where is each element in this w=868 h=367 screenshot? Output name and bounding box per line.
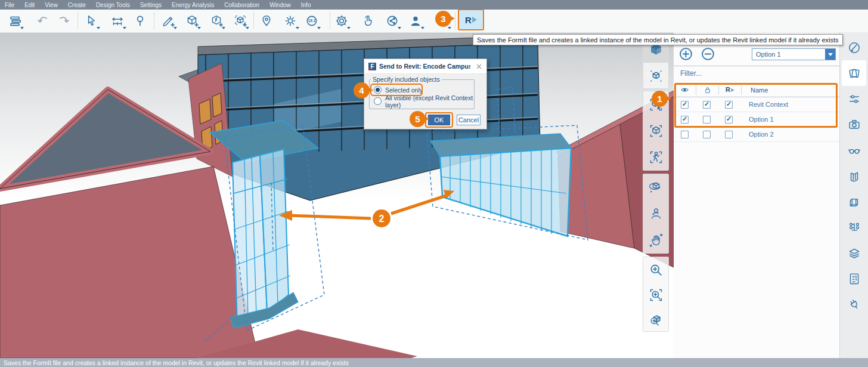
ok-button[interactable]: OK [428, 115, 450, 125]
tab-scenes[interactable] [842, 112, 866, 137]
lock-checkbox[interactable] [703, 101, 711, 109]
menu-create[interactable]: Create [68, 2, 86, 8]
dialog-close-button[interactable] [476, 63, 482, 70]
visibility-checkbox[interactable] [681, 116, 689, 124]
panel-divider [674, 66, 839, 66]
undo-button[interactable] [32, 11, 54, 30]
layer-name[interactable]: Option 1 [740, 116, 774, 123]
sun-shadows-button[interactable] [280, 11, 301, 30]
layers-panel: Option 1 Filter... R Name Revit Context … [674, 32, 839, 358]
lock-checkbox[interactable] [703, 116, 711, 124]
orbit-button[interactable] [643, 174, 668, 201]
menu-design-tools[interactable]: Design Tools [96, 2, 130, 8]
revit-column-header[interactable]: R [719, 85, 742, 95]
group-cube-button[interactable] [643, 118, 668, 144]
formit-logo-icon: F [368, 63, 376, 70]
stack-icon [847, 246, 861, 260]
menu-window[interactable]: Window [269, 2, 291, 8]
draw-tool-button[interactable] [157, 11, 179, 30]
tab-properties[interactable] [842, 86, 866, 112]
layer-row-option-2[interactable]: Option 2 [674, 127, 839, 142]
redo-button[interactable] [53, 11, 75, 30]
revit-icon: R [465, 16, 477, 24]
viewport-3d-scene[interactable]: 2 [0, 32, 674, 358]
energy-dial-button[interactable]: 19.1 [301, 11, 323, 30]
filter-input[interactable]: Filter... [680, 69, 702, 78]
add-layer-button[interactable] [679, 47, 693, 61]
radio-all-visible[interactable]: All visible (except Revit Context layer) [370, 95, 474, 107]
revit-checkbox[interactable] [725, 101, 733, 109]
layer-row-option-1[interactable]: Option 1 [674, 112, 839, 127]
zoom-window-button[interactable] [643, 282, 668, 307]
selection-dropdown-value: Option 1 [756, 51, 781, 58]
sheets-icon [847, 66, 861, 81]
chevron-down-icon [317, 27, 321, 29]
lock-checkbox[interactable] [703, 131, 711, 138]
menu-info[interactable]: Info [301, 2, 311, 8]
zoom-to-fit-button[interactable] [643, 307, 668, 332]
name-column-header[interactable]: Name [742, 87, 768, 94]
account-button[interactable] [405, 11, 426, 30]
menu-file[interactable]: File [5, 2, 14, 8]
menu-collaboration[interactable]: Collaboration [224, 2, 259, 8]
look-around-button[interactable] [643, 201, 668, 227]
callout-1: 1 [652, 91, 668, 107]
layer-name[interactable]: Revit Context [740, 101, 788, 108]
touch-mode-button[interactable] [357, 11, 379, 30]
radio-icon[interactable] [374, 86, 382, 94]
visibility-checkbox[interactable] [681, 101, 689, 109]
revit-checkbox[interactable] [725, 116, 733, 124]
tab-scene-tree[interactable] [842, 214, 866, 240]
menu-edit[interactable]: Edit [24, 2, 35, 8]
share-button[interactable] [382, 11, 403, 30]
cancel-button[interactable]: Cancel [457, 115, 480, 125]
tab-visual-styles[interactable] [842, 137, 866, 163]
settings-button[interactable] [331, 11, 352, 30]
send-to-revit-button[interactable]: R [458, 9, 484, 30]
tab-material-picker[interactable] [842, 35, 866, 60]
location-button[interactable] [256, 11, 277, 30]
revit-icon: R [726, 87, 734, 93]
pin-tool-button[interactable] [129, 11, 151, 30]
tab-levels[interactable] [842, 240, 866, 266]
chevron-down-icon [197, 27, 201, 29]
zoom-extents-button[interactable] [643, 63, 668, 89]
radio-icon[interactable] [374, 97, 382, 105]
primitive-shapes-button[interactable] [181, 11, 203, 30]
menu-view[interactable]: View [45, 2, 58, 8]
radio-label: Selected only [385, 87, 423, 94]
callout-4: 4 [354, 82, 370, 98]
menu-energy-analysis[interactable]: Energy Analysis [172, 2, 214, 8]
group-tool-button[interactable] [230, 11, 251, 30]
main-menu-button[interactable] [4, 11, 26, 30]
visibility-checkbox[interactable] [681, 131, 689, 138]
chevron-down-icon [222, 27, 225, 29]
lock-column-header[interactable] [696, 85, 719, 95]
energy-dial-value: 19.1 [308, 18, 316, 23]
layer-row-revit-context[interactable]: Revit Context [674, 97, 839, 112]
remove-layer-button[interactable] [701, 47, 715, 61]
dropdown-arrow-icon[interactable] [825, 49, 835, 60]
select-tool-button[interactable] [80, 11, 102, 30]
visibility-column-header[interactable] [674, 85, 696, 95]
dialog-titlebar[interactable]: F Send to Revit: Encode Campus Sam... [364, 59, 486, 74]
walkthrough-button[interactable] [643, 144, 668, 170]
zoom-in-button[interactable] [643, 257, 668, 282]
measure-tool-button[interactable] [107, 11, 128, 30]
revit-checkbox[interactable] [725, 131, 733, 138]
tab-cut-list[interactable] [842, 266, 866, 291]
tab-layers[interactable] [842, 60, 866, 86]
tab-section-views[interactable] [842, 163, 866, 189]
pan-button[interactable] [643, 227, 668, 253]
toolbar-separator [455, 12, 455, 29]
close-icon [476, 63, 482, 70]
toolbar-separator [78, 12, 78, 29]
viewport[interactable]: 2 [0, 32, 674, 358]
solid-tools-button[interactable] [206, 11, 227, 30]
selection-dropdown[interactable]: Option 1 [752, 48, 836, 60]
menu-settings[interactable]: Settings [140, 2, 162, 8]
toolbar-separator [330, 12, 330, 29]
tab-content-library[interactable] [842, 189, 866, 214]
layer-name[interactable]: Option 2 [740, 131, 774, 138]
tab-plugins[interactable] [842, 291, 866, 317]
